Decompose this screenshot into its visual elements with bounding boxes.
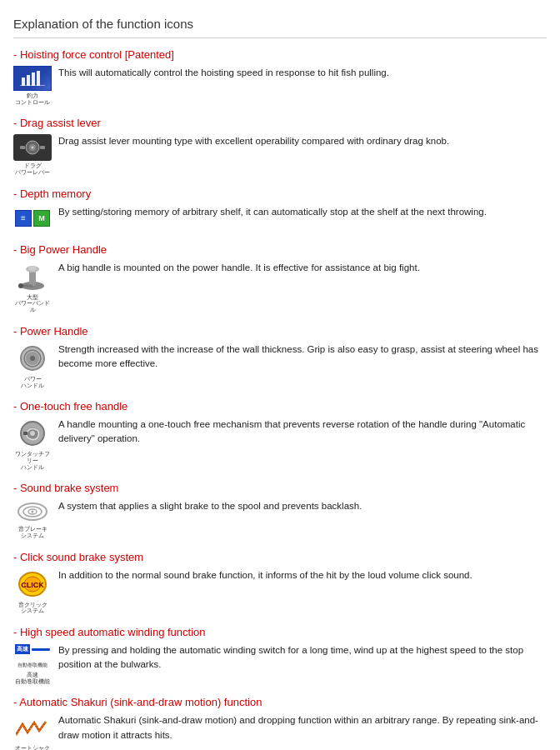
onetouch-icon: ワンタッチフリー ハンドル bbox=[13, 418, 52, 470]
section-title-sound: - Sound brake system bbox=[13, 482, 547, 494]
section-title-drag: - Drag assist lever bbox=[13, 117, 547, 129]
section-hoisting: - Hoisting force control [Patented] 釣力 コ… bbox=[13, 48, 547, 105]
section-content-hoisting: 釣力 コントロールThis will automatically control… bbox=[13, 66, 547, 105]
onetouch-icon-label: ワンタッチフリー ハンドル bbox=[13, 451, 52, 470]
page-title: Explanation of the function icons bbox=[13, 17, 547, 38]
svg-rect-8 bbox=[20, 146, 25, 149]
bigpower-icon: 大型 パワーバンドル bbox=[13, 261, 52, 313]
svg-rect-3 bbox=[37, 71, 40, 86]
section-text-highspeed: By pressing and holding the automatic wi… bbox=[58, 643, 547, 672]
section-text-power: Strength increased with the increase of … bbox=[58, 342, 547, 372]
section-onetouch: - One-touch free handle ワンタッチフリー ハンドルA h… bbox=[13, 400, 547, 470]
section-text-onetouch: A handle mounting a one-touch free mecha… bbox=[58, 418, 547, 447]
section-power: - Power Handle パワー ハンドルStrength increase… bbox=[13, 325, 547, 388]
section-highspeed: - High speed automatic winding function … bbox=[13, 626, 547, 684]
section-title-bigpower: - Big Power Handle bbox=[13, 243, 547, 256]
depth-icon: ≡ M bbox=[13, 205, 52, 232]
highspeed-icon-label: 高速 自動巻取機能 bbox=[15, 672, 50, 684]
section-bigpower: - Big Power Handle 大型 パワーバンドルA big handl… bbox=[13, 243, 547, 313]
section-text-click: In addition to the normal sound brake fu… bbox=[58, 568, 547, 582]
svg-rect-0 bbox=[22, 78, 25, 86]
section-title-shakuri: - Automatic Shakuri (sink-and-draw motio… bbox=[13, 696, 547, 708]
section-text-hoisting: This will automatically control the hois… bbox=[58, 66, 547, 80]
svg-rect-9 bbox=[40, 146, 45, 149]
sound-icon: 音ブレーキ システム bbox=[13, 499, 52, 538]
svg-point-7 bbox=[32, 147, 34, 149]
section-content-depth: ≡ M By setting/storing memory of arbitra… bbox=[13, 205, 547, 232]
section-content-sound: 音ブレーキ システムA system that applies a slight… bbox=[13, 499, 547, 538]
hoisting-icon-label: 釣力 コントロール bbox=[15, 92, 50, 105]
svg-point-15 bbox=[18, 283, 23, 288]
power-icon: パワー ハンドル bbox=[13, 342, 52, 388]
svg-rect-22 bbox=[23, 432, 28, 435]
drag-icon: ドラグ パワーレバー bbox=[13, 134, 52, 175]
sound-icon-label: 音ブレーキ システム bbox=[18, 526, 48, 538]
section-title-depth: - Depth memory bbox=[13, 188, 547, 200]
section-title-hoisting: - Hoisting force control [Patented] bbox=[13, 48, 547, 61]
shakuri-icon: オートシャクリ機能 bbox=[13, 713, 52, 750]
click-icon: CLICK 音クリック システム bbox=[13, 568, 52, 614]
section-title-highspeed: - High speed automatic winding function bbox=[13, 626, 547, 638]
drag-icon-label: ドラグ パワーレバー bbox=[15, 162, 50, 175]
svg-point-18 bbox=[30, 356, 35, 361]
section-title-power: - Power Handle bbox=[13, 325, 547, 338]
section-text-sound: A system that applies a slight brake to … bbox=[58, 499, 547, 513]
section-text-depth: By setting/storing memory of arbitrary s… bbox=[58, 205, 547, 219]
section-content-power: パワー ハンドルStrength increased with the incr… bbox=[13, 342, 547, 388]
highspeed-icon: 高速 自動巻取機能 高速 自動巻取機能 bbox=[13, 643, 52, 684]
section-content-highspeed: 高速 自動巻取機能 高速 自動巻取機能By pressing and holdi… bbox=[13, 643, 547, 684]
section-drag: - Drag assist lever ドラグ パワーレバーDrag assis… bbox=[13, 117, 547, 175]
svg-point-13 bbox=[28, 266, 37, 271]
section-sound: - Sound brake system 音ブレーキ システムA system … bbox=[13, 482, 547, 538]
section-click: - Click sound brake system CLICK 音クリック シ… bbox=[13, 551, 547, 614]
section-text-bigpower: A big handle is mounted on the power han… bbox=[58, 261, 547, 275]
hoisting-icon: 釣力 コントロール bbox=[13, 66, 52, 105]
section-content-bigpower: 大型 パワーバンドルA big handle is mounted on the… bbox=[13, 261, 547, 313]
section-content-shakuri: オートシャクリ機能Automatic Shakuri (sink-and-dra… bbox=[13, 713, 547, 750]
section-content-onetouch: ワンタッチフリー ハンドルA handle mounting a one-tou… bbox=[13, 418, 547, 470]
section-content-drag: ドラグ パワーレバーDrag assist lever mounting typ… bbox=[13, 134, 547, 175]
svg-point-26 bbox=[32, 511, 34, 513]
bigpower-icon-label: 大型 パワーバンドル bbox=[13, 294, 52, 313]
shakuri-icon-label: オートシャクリ機能 bbox=[13, 745, 52, 750]
svg-text:CLICK: CLICK bbox=[21, 581, 44, 589]
section-depth: - Depth memory ≡ M By setting/storing me… bbox=[13, 188, 547, 232]
section-text-drag: Drag assist lever mounting type with exc… bbox=[58, 134, 547, 148]
svg-rect-1 bbox=[27, 75, 30, 86]
power-icon-label: パワー ハンドル bbox=[21, 376, 44, 388]
section-shakuri: - Automatic Shakuri (sink-and-draw motio… bbox=[13, 696, 547, 750]
section-text-shakuri: Automatic Shakuri (sink-and-draw motion)… bbox=[58, 713, 547, 742]
click-icon-label: 音クリック システム bbox=[18, 602, 48, 614]
section-title-click: - Click sound brake system bbox=[13, 551, 547, 563]
section-title-onetouch: - One-touch free handle bbox=[13, 400, 547, 412]
svg-rect-2 bbox=[32, 72, 35, 86]
section-content-click: CLICK 音クリック システムIn addition to the norma… bbox=[13, 568, 547, 614]
svg-point-21 bbox=[30, 431, 35, 436]
